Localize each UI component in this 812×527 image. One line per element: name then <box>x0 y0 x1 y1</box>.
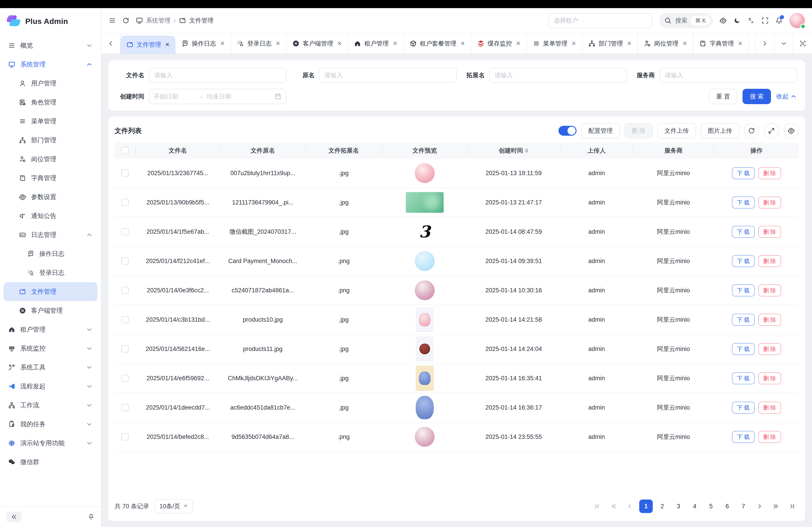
tab-close-icon[interactable]: ✕ <box>571 40 576 47</box>
row-checkbox[interactable] <box>121 345 129 352</box>
row-checkbox[interactable] <box>121 375 129 382</box>
gear-button[interactable] <box>784 123 799 138</box>
preview-image[interactable] <box>416 396 434 419</box>
preview-image[interactable] <box>415 427 435 447</box>
download-button[interactable]: 下 载 <box>732 402 755 413</box>
preview-image[interactable] <box>415 163 435 183</box>
sidebar-item-5[interactable]: 部门管理 <box>4 131 98 150</box>
expand-button[interactable] <box>764 123 779 138</box>
filter-input-0[interactable] <box>149 67 287 83</box>
row-checkbox[interactable] <box>121 257 129 265</box>
delete-button[interactable]: 删 除 <box>758 372 781 384</box>
download-button[interactable]: 下 载 <box>732 167 755 179</box>
page-1-button[interactable]: 1 <box>639 499 653 513</box>
tab-10[interactable]: 字典管理✕ <box>693 33 749 54</box>
sidebar-item-13[interactable]: 文件管理 <box>4 282 98 301</box>
page-6-button[interactable]: 6 <box>721 499 734 513</box>
reset-button[interactable]: 重 置 <box>709 89 737 104</box>
filter-input-3[interactable] <box>659 67 797 83</box>
row-checkbox[interactable] <box>121 199 129 206</box>
collapse-filters-link[interactable]: 收起 <box>777 92 797 101</box>
search-button[interactable]: 搜 索 <box>742 89 771 104</box>
toolbar-button-1[interactable]: 删 除 <box>624 123 653 138</box>
next-page-button[interactable] <box>753 499 766 513</box>
tab-close-icon[interactable]: ✕ <box>683 40 687 47</box>
sidebar-item-17[interactable]: 系统工具 <box>4 358 98 377</box>
sidebar-item-0[interactable]: 概览 <box>4 36 98 55</box>
sidebar-item-9[interactable]: 通知公告 <box>4 207 98 225</box>
tab-close-icon[interactable]: ✕ <box>337 40 342 47</box>
sidebar-item-18[interactable]: 流程发起 <box>4 377 98 396</box>
sidebar-collapse-button[interactable] <box>6 511 21 522</box>
sidebar-item-4[interactable]: 菜单管理 <box>4 112 98 131</box>
sidebar-item-20[interactable]: 我的任务 <box>4 415 98 434</box>
tab-7[interactable]: 菜单管理✕ <box>527 33 582 54</box>
column-header[interactable]: 上传人 <box>560 142 633 159</box>
page-size-select[interactable]: 10条/页 <box>155 499 193 513</box>
tenant-select-input[interactable] <box>548 13 652 28</box>
column-header[interactable]: 文件原名 <box>220 142 305 159</box>
filter-input-2[interactable] <box>489 67 627 83</box>
date-range-picker[interactable]: → <box>149 89 287 104</box>
prev-5-pages-button[interactable] <box>607 499 620 513</box>
download-button[interactable]: 下 载 <box>732 372 755 384</box>
tab-close-icon[interactable]: ✕ <box>516 40 521 47</box>
menu-toggle-icon[interactable] <box>109 17 116 24</box>
download-button[interactable]: 下 载 <box>732 343 755 355</box>
toolbar-button-3[interactable]: 图片上传 <box>700 123 739 138</box>
delete-button[interactable]: 删 除 <box>758 255 781 267</box>
sidebar-item-8[interactable]: 参数设置 <box>4 187 98 207</box>
download-button[interactable]: 下 载 <box>732 431 755 443</box>
tab-close-icon[interactable]: ✕ <box>165 42 170 48</box>
sidebar-item-19[interactable]: 工作流 <box>4 396 98 415</box>
row-checkbox[interactable] <box>121 433 129 440</box>
sidebar-pin-button[interactable] <box>88 513 95 521</box>
select-all-checkbox[interactable] <box>115 142 135 159</box>
sidebar-item-16[interactable]: 系统监控 <box>4 339 98 358</box>
tabs-scroll-left-button[interactable] <box>102 33 120 54</box>
sort-icon[interactable] <box>525 148 528 153</box>
tab-close-icon[interactable]: ✕ <box>627 40 632 47</box>
column-header[interactable]: 创建时间 <box>467 142 560 159</box>
column-header[interactable]: 操作 <box>714 142 799 159</box>
toolbar-button-0[interactable]: 配置管理 <box>581 123 620 138</box>
user-avatar[interactable] <box>789 13 805 28</box>
tab-close-icon[interactable]: ✕ <box>461 40 465 47</box>
tab-1[interactable]: 操作日志✕ <box>175 33 231 54</box>
notifications-bell-icon[interactable] <box>775 17 783 24</box>
sidebar-item-10[interactable]: DEV日志管理 <box>4 225 98 244</box>
fullscreen-icon[interactable] <box>762 17 769 24</box>
tab-5[interactable]: 租户套餐管理✕ <box>404 33 472 54</box>
sidebar-item-15[interactable]: 租户管理 <box>4 320 98 339</box>
brand[interactable]: Plus Admin <box>0 8 101 32</box>
column-header[interactable]: 文件拓展名 <box>305 142 382 159</box>
page-5-button[interactable]: 5 <box>704 499 718 513</box>
page-7-button[interactable]: 7 <box>737 499 750 513</box>
tab-2[interactable]: 登录日志✕ <box>231 33 287 54</box>
tab-close-icon[interactable]: ✕ <box>276 40 280 47</box>
download-button[interactable]: 下 载 <box>732 226 755 238</box>
download-button[interactable]: 下 载 <box>732 255 755 267</box>
page-4-button[interactable]: 4 <box>688 499 701 513</box>
breadcrumb-system[interactable]: 系统管理 <box>146 16 171 25</box>
tab-11[interactable]: 参数设置✕ <box>749 33 755 54</box>
prev-page-button[interactable] <box>623 499 637 513</box>
first-page-button[interactable] <box>591 499 604 513</box>
tab-4[interactable]: 租户管理✕ <box>348 33 404 54</box>
delete-button[interactable]: 删 除 <box>758 431 781 443</box>
delete-button[interactable]: 删 除 <box>758 343 781 355</box>
sidebar-item-14[interactable]: 客户端管理 <box>4 301 98 320</box>
dark-mode-moon-icon[interactable] <box>734 17 741 24</box>
tab-0[interactable]: 文件管理✕ <box>120 35 175 54</box>
content-fullscreen-button[interactable] <box>793 33 812 54</box>
delete-button[interactable]: 删 除 <box>758 197 781 209</box>
preview-image[interactable] <box>416 336 434 362</box>
sidebar-item-7[interactable]: 字典管理 <box>4 169 98 187</box>
last-page-button[interactable] <box>785 499 799 513</box>
sidebar-item-3[interactable]: 角色管理 <box>4 93 98 112</box>
settings-icon[interactable] <box>720 17 727 24</box>
refresh-button[interactable] <box>744 123 759 138</box>
date-start-input[interactable] <box>154 93 193 100</box>
tab-close-icon[interactable]: ✕ <box>220 40 224 47</box>
sidebar-item-1[interactable]: 系统管理 <box>4 55 98 74</box>
